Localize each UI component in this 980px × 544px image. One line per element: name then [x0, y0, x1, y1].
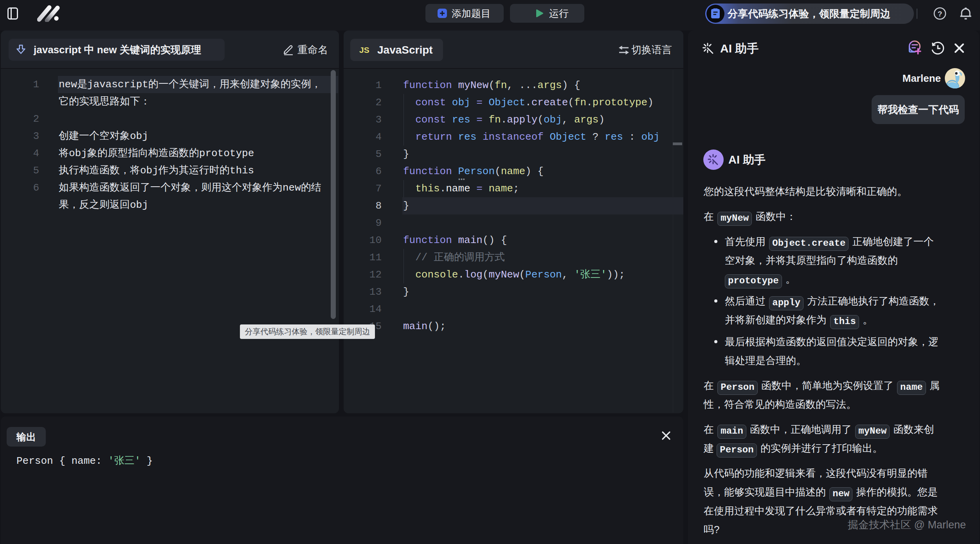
svg-text:?: ? [938, 10, 942, 18]
